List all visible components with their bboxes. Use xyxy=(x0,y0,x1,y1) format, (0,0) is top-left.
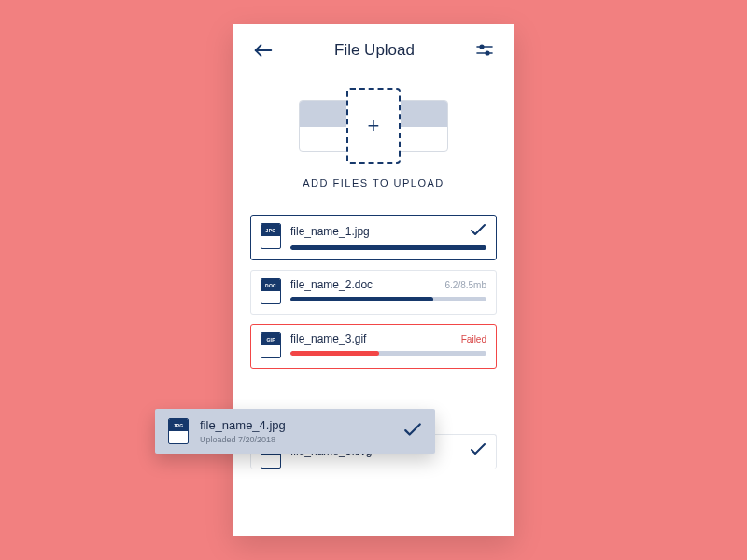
add-file-button[interactable]: + xyxy=(346,88,401,164)
file-type-icon: JPG xyxy=(168,418,189,444)
progress-bar xyxy=(290,297,486,301)
file-uploaded-date: Uploaded 7/20/2018 xyxy=(200,435,392,444)
file-type-icon: JPG xyxy=(261,223,281,249)
page-title: File Upload xyxy=(334,41,415,60)
file-size: 6.2/8.5mb xyxy=(445,280,486,290)
filter-icon[interactable] xyxy=(476,44,493,57)
check-icon xyxy=(470,223,486,240)
check-icon xyxy=(470,442,486,459)
file-body: file_name_2.doc 6.2/8.5mb xyxy=(290,278,486,301)
file-type-icon: DOC xyxy=(261,278,281,304)
upload-screen: File Upload + ADD FILES TO UPLOAD JPG fi… xyxy=(233,24,514,536)
progress-bar xyxy=(290,351,486,356)
progress-bar xyxy=(290,245,486,250)
file-ext: JPG xyxy=(174,423,184,428)
file-ext: DOC xyxy=(265,283,276,288)
file-name: file_name_4.jpg xyxy=(200,418,392,432)
header: File Upload xyxy=(233,24,514,69)
file-ext: GIF xyxy=(266,337,275,343)
file-item[interactable]: DOC file_name_2.doc 6.2/8.5mb xyxy=(250,270,497,315)
file-item-hover[interactable]: JPG file_name_4.jpg Uploaded 7/20/2018 xyxy=(155,409,435,454)
file-item[interactable]: GIF file_name_3.gif Failed xyxy=(250,324,497,369)
dropzone-label: ADD FILES TO UPLOAD xyxy=(303,177,444,189)
dropzone-area: + ADD FILES TO UPLOAD xyxy=(233,88,514,189)
file-item[interactable]: JPG file_name_1.jpg xyxy=(250,215,497,260)
file-name: file_name_3.gif xyxy=(290,332,366,345)
file-type-icon: GIF xyxy=(261,332,281,358)
file-name: file_name_2.doc xyxy=(290,278,373,291)
plus-icon: + xyxy=(368,114,380,138)
svg-point-2 xyxy=(480,45,484,49)
check-icon xyxy=(403,422,422,441)
dropzone: + xyxy=(299,88,448,164)
svg-point-4 xyxy=(486,51,489,55)
file-body: file_name_1.jpg xyxy=(290,223,486,250)
file-body: file_name_4.jpg Uploaded 7/20/2018 xyxy=(200,418,392,444)
file-status: Failed xyxy=(461,334,486,344)
back-arrow-icon[interactable] xyxy=(254,43,273,58)
file-ext: JPG xyxy=(266,228,276,233)
file-body: file_name_3.gif Failed xyxy=(290,332,486,356)
file-name: file_name_1.jpg xyxy=(290,225,370,238)
